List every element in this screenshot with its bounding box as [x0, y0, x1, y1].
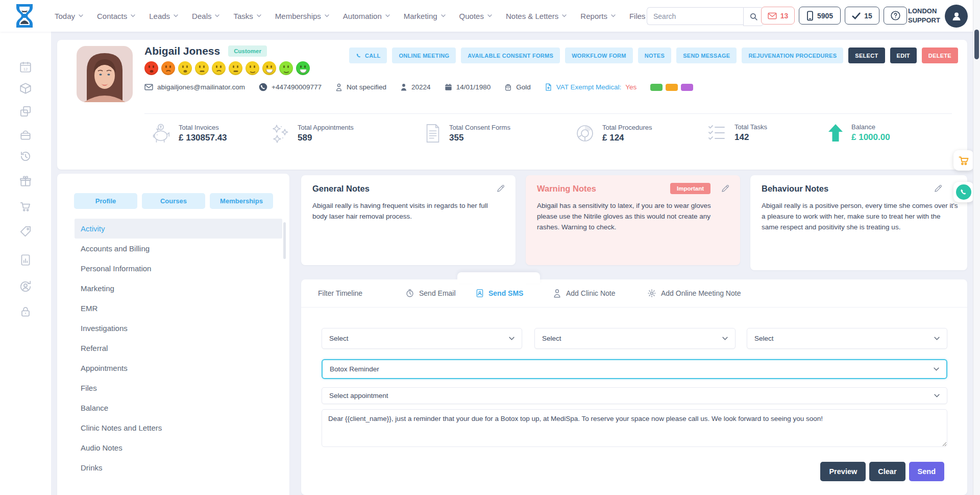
mood-face-3-icon[interactable]	[178, 61, 192, 75]
tab-send-email[interactable]: Send Email	[402, 279, 459, 307]
tab-send-sms[interactable]: Send SMS	[473, 279, 526, 307]
search-input[interactable]	[647, 7, 743, 25]
tab-filter-timeline[interactable]: Filter Timeline	[315, 279, 365, 307]
mood-face-2-icon[interactable]	[161, 61, 175, 75]
report-icon[interactable]	[19, 253, 32, 267]
gift-icon[interactable]	[19, 175, 32, 188]
select-button[interactable]: SELECT	[848, 48, 885, 63]
color-tag-1[interactable]	[650, 84, 663, 91]
sidebar-item-investigations[interactable]: Investigations	[57, 318, 282, 338]
tab-memberships[interactable]: Memberships	[210, 193, 273, 209]
patient-phone-item[interactable]: +447490009777	[259, 83, 322, 91]
package-icon[interactable]	[19, 82, 32, 95]
tab-add-clinic-note[interactable]: Add Clinic Note	[550, 279, 619, 307]
mood-face-6-icon[interactable]	[229, 61, 242, 75]
tab-label: Send Email	[419, 289, 456, 297]
page-scrollbar[interactable]	[973, 0, 980, 495]
sms-template-select[interactable]: Botox Reminder	[322, 359, 947, 379]
mood-face-7-icon[interactable]	[246, 61, 259, 75]
sidebar-item-personal-information[interactable]: Personal Information	[57, 258, 282, 278]
help-badge[interactable]	[884, 7, 907, 25]
color-tag-3[interactable]	[681, 84, 693, 91]
nav-item-quotes[interactable]: Quotes	[459, 12, 492, 20]
sidebar-item-referral[interactable]: Referral	[57, 338, 282, 358]
sms-filter-select-3[interactable]: Select	[747, 328, 947, 349]
sidebar-item-marketing[interactable]: Marketing	[57, 278, 282, 298]
sidebar-item-appointments[interactable]: Appointments	[57, 358, 282, 378]
mood-face-1-icon[interactable]	[144, 61, 158, 75]
customer-sync-icon[interactable]	[19, 280, 32, 293]
call-button[interactable]: CALL	[349, 48, 387, 63]
sms-filter-select-2[interactable]: Select	[534, 328, 736, 349]
nav-item-deals[interactable]: Deals	[192, 12, 219, 20]
app-logo-hourglass-icon[interactable]	[14, 4, 35, 28]
cart-float-button[interactable]	[953, 150, 974, 171]
tab-add-online-meeting-note[interactable]: Add Online Meeting Note	[644, 279, 744, 307]
nav-item-notes-letters[interactable]: Notes & Letters	[506, 12, 567, 20]
edit-button[interactable]: EDIT	[890, 48, 917, 63]
sidebar-item-balance[interactable]: Balance	[57, 398, 282, 418]
tasks-badge[interactable]: 15	[845, 7, 879, 25]
edit-pencil-icon[interactable]	[934, 184, 943, 193]
sidebar-item-drinks[interactable]: Drinks	[57, 458, 282, 478]
nav-item-memberships[interactable]: Memberships	[275, 12, 329, 20]
calendar-icon[interactable]: 12	[19, 60, 32, 74]
stat-value: £ 130857.43	[179, 133, 227, 143]
lock-icon[interactable]	[19, 305, 32, 318]
available-consent-forms-button[interactable]: AVAILABLE CONSENT FORMS	[461, 48, 560, 63]
patient-email-item[interactable]: abigailjones@mailinator.com	[144, 83, 245, 91]
notes-button[interactable]: NOTES	[638, 48, 671, 63]
edit-pencil-icon[interactable]	[496, 184, 505, 193]
sidebar-item-activity[interactable]: Activity	[75, 219, 282, 239]
basket-icon[interactable]	[19, 128, 32, 142]
online-meeting-button[interactable]: ONLINE MEETING	[392, 48, 456, 63]
sidebar-item-accounts-and-billing[interactable]: Accounts and Billing	[57, 239, 282, 258]
color-tag-2[interactable]	[666, 84, 678, 91]
nav-item-contacts[interactable]: Contacts	[97, 12, 135, 20]
edit-pencil-icon[interactable]	[721, 184, 730, 193]
copy-icon[interactable]	[19, 105, 32, 118]
workflow-form-button[interactable]: WORKFLOW FORM	[565, 48, 633, 63]
send-message-button[interactable]: SEND MESSAGE	[676, 48, 737, 63]
panel-scrollbar-thumb[interactable]	[283, 222, 286, 259]
nav-item-marketing[interactable]: Marketing	[404, 12, 446, 20]
nav-item-files[interactable]: Files	[629, 12, 646, 20]
whatsapp-float-button[interactable]	[953, 182, 974, 202]
cart-icon[interactable]	[19, 200, 32, 213]
rejuvenation-procedures-button[interactable]: REJUVENATION PROCEDURES	[742, 48, 843, 63]
clear-button[interactable]: Clear	[869, 462, 905, 481]
mood-face-9-icon[interactable]	[279, 61, 293, 75]
mood-face-10-icon[interactable]	[296, 61, 310, 75]
sms-filter-select-1[interactable]: Select	[322, 328, 522, 349]
nav-item-reports[interactable]: Reports	[580, 12, 616, 20]
delete-button[interactable]: DELETE	[922, 48, 958, 63]
document-icon	[424, 123, 442, 144]
mail-badge[interactable]: 13	[761, 7, 795, 25]
tab-courses[interactable]: Courses	[142, 193, 205, 209]
customer-type-badge: Customer	[228, 45, 267, 57]
sidebar-item-emr[interactable]: EMR	[57, 298, 282, 318]
sidebar-item-files[interactable]: Files	[57, 378, 282, 398]
mood-face-8-icon[interactable]	[262, 61, 276, 75]
sms-message-textarea[interactable]: Dear {{client_name}}, just a reminder th…	[322, 409, 947, 447]
patient-photo[interactable]	[77, 46, 133, 102]
send-button[interactable]: Send	[909, 462, 944, 481]
page-scrollbar-thumb[interactable]	[974, 30, 979, 59]
nav-item-automation[interactable]: Automation	[343, 12, 390, 20]
sidebar-item-audio-notes[interactable]: Audio Notes	[57, 438, 282, 458]
tag-icon[interactable]	[19, 225, 32, 238]
mood-face-5-icon[interactable]	[212, 61, 226, 75]
sidebar-item-clinic-notes-and-letters[interactable]: Clinic Notes and Letters	[57, 418, 282, 438]
preview-button[interactable]: Preview	[820, 462, 866, 481]
nav-item-tasks[interactable]: Tasks	[233, 12, 261, 20]
nav-item-leads[interactable]: Leads	[149, 12, 178, 20]
history-icon[interactable]	[19, 150, 32, 163]
user-avatar[interactable]	[945, 5, 968, 28]
sms-badge[interactable]: 5905	[799, 7, 841, 25]
nav-item-label: Marketing	[404, 12, 437, 20]
tab-profile[interactable]: Profile	[74, 193, 137, 209]
search-button[interactable]	[743, 7, 764, 26]
mood-face-4-icon[interactable]	[195, 61, 209, 75]
nav-item-today[interactable]: Today	[55, 12, 83, 20]
appointment-select[interactable]: Select appointment	[322, 387, 947, 404]
